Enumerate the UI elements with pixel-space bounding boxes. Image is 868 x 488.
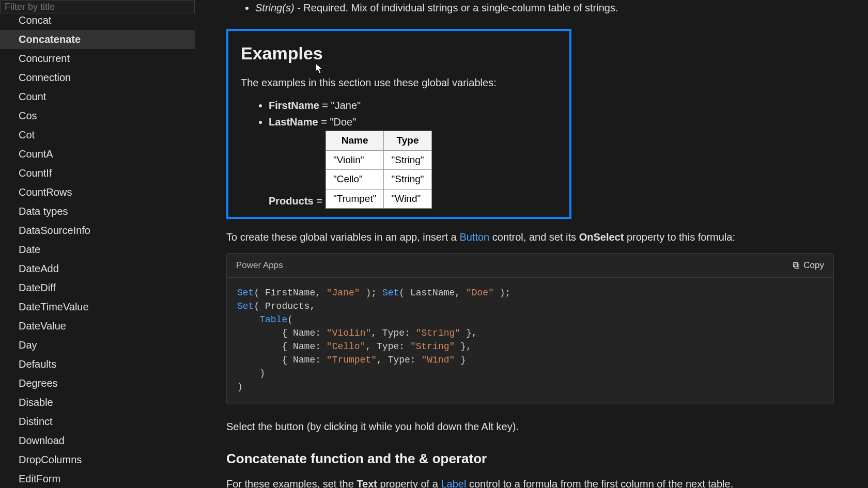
cell-type: "String" <box>384 150 431 170</box>
sidebar-item-datasourceinfo[interactable]: DataSourceInfo <box>0 221 195 240</box>
select-button-text: Select the button (by clicking it while … <box>226 419 847 434</box>
var-key: Products <box>269 195 314 207</box>
var-key: LastName <box>269 116 318 128</box>
copy-button[interactable]: Copy <box>792 259 824 272</box>
sidebar-item-counta[interactable]: CountA <box>0 145 195 164</box>
th-name: Name <box>326 131 384 151</box>
sidebar-item-degrees[interactable]: Degrees <box>0 374 195 393</box>
sidebar-item-disable[interactable]: Disable <box>0 393 195 412</box>
cell-type: "Wind" <box>384 189 431 209</box>
sidebar-item-download[interactable]: Download <box>0 431 195 450</box>
products-table: Name Type "Violin""String""Cello""String… <box>326 131 432 209</box>
sidebar-item-datetimevalue[interactable]: DateTimeValue <box>0 297 195 317</box>
sidebar-item-concurrent[interactable]: Concurrent <box>0 49 195 68</box>
sidebar-item-connection[interactable]: Connection <box>0 68 195 87</box>
sidebar-item-cos[interactable]: Cos <box>0 106 195 125</box>
section-2-heading: Concatenate function and the & operator <box>226 449 847 469</box>
param-name: String(s) <box>255 2 295 13</box>
cell-name: "Cello" <box>326 170 384 190</box>
copy-icon <box>792 261 800 270</box>
svg-rect-0 <box>795 264 799 268</box>
sidebar-item-datevalue[interactable]: DateValue <box>0 317 195 336</box>
sidebar-item-editform[interactable]: EditForm <box>0 469 195 488</box>
cell-type: "String" <box>384 170 431 190</box>
sidebar-item-concatenate[interactable]: Concatenate <box>0 30 195 49</box>
var-firstname: FirstName = "Jane" <box>269 98 557 113</box>
filter-input[interactable] <box>0 0 195 13</box>
sidebar: ConcatConcatenateConcurrentConnectionCou… <box>0 0 195 488</box>
examples-heading: Examples <box>241 40 557 67</box>
param-desc: - Required. Mix of individual strings or… <box>295 2 618 13</box>
cell-name: "Trumpet" <box>326 189 384 209</box>
param-item: String(s) - Required. Mix of individual … <box>255 0 847 15</box>
sidebar-item-distinct[interactable]: Distinct <box>0 412 195 431</box>
var-products: Products = Name Type "Violin""String""Ce… <box>269 131 557 209</box>
code-lang: Power Apps <box>236 259 283 272</box>
code-content[interactable]: Set( FirstName, "Jane" ); Set( LastName,… <box>227 278 833 404</box>
text-prop-bold: Text <box>357 478 377 488</box>
sidebar-item-date[interactable]: Date <box>0 240 195 259</box>
var-val: "Doe" <box>330 116 356 128</box>
onselect-bold: OnSelect <box>579 231 624 243</box>
sidebar-item-datediff[interactable]: DateDiff <box>0 278 195 297</box>
sidebar-item-count[interactable]: Count <box>0 87 195 106</box>
sidebar-item-dropcolumns[interactable]: DropColumns <box>0 450 195 469</box>
section-2-text: For these examples, set the Text propert… <box>226 476 847 488</box>
copy-label: Copy <box>803 259 824 272</box>
label-link[interactable]: Label <box>441 478 466 488</box>
sidebar-item-defaults[interactable]: Defaults <box>0 355 195 374</box>
sidebar-item-countif[interactable]: CountIf <box>0 164 195 183</box>
var-lastname: LastName = "Doe" <box>269 114 557 130</box>
sidebar-item-day[interactable]: Day <box>0 336 195 355</box>
code-block: Power Apps Copy Set( FirstName, "Jane" )… <box>226 253 834 404</box>
param-list: String(s) - Required. Mix of individual … <box>226 0 847 15</box>
svg-rect-1 <box>794 262 798 266</box>
button-link[interactable]: Button <box>459 231 489 243</box>
nav-list[interactable]: ConcatConcatenateConcurrentConnectionCou… <box>0 13 195 488</box>
var-key: FirstName <box>269 100 319 111</box>
table-row: "Cello""String" <box>326 170 431 190</box>
sidebar-item-cot[interactable]: Cot <box>0 125 195 145</box>
sidebar-item-concat[interactable]: Concat <box>0 13 195 30</box>
var-val: "Jane" <box>331 100 361 111</box>
table-row: "Trumpet""Wind" <box>326 189 431 209</box>
var-list: FirstName = "Jane" LastName = "Doe" Prod… <box>241 98 557 209</box>
th-type: Type <box>384 131 431 151</box>
cell-name: "Violin" <box>326 150 384 170</box>
sidebar-item-dateadd[interactable]: DateAdd <box>0 259 195 278</box>
sidebar-item-data-types[interactable]: Data types <box>0 202 195 221</box>
table-row: "Violin""String" <box>326 150 431 170</box>
examples-intro: The examples in this section use these g… <box>241 75 557 90</box>
create-vars-text: To create these global variables in an a… <box>226 229 847 245</box>
main-content: String(s) - Required. Mix of individual … <box>195 0 868 488</box>
examples-highlight: Examples The examples in this section us… <box>226 29 571 219</box>
sidebar-item-countrows[interactable]: CountRows <box>0 183 195 202</box>
